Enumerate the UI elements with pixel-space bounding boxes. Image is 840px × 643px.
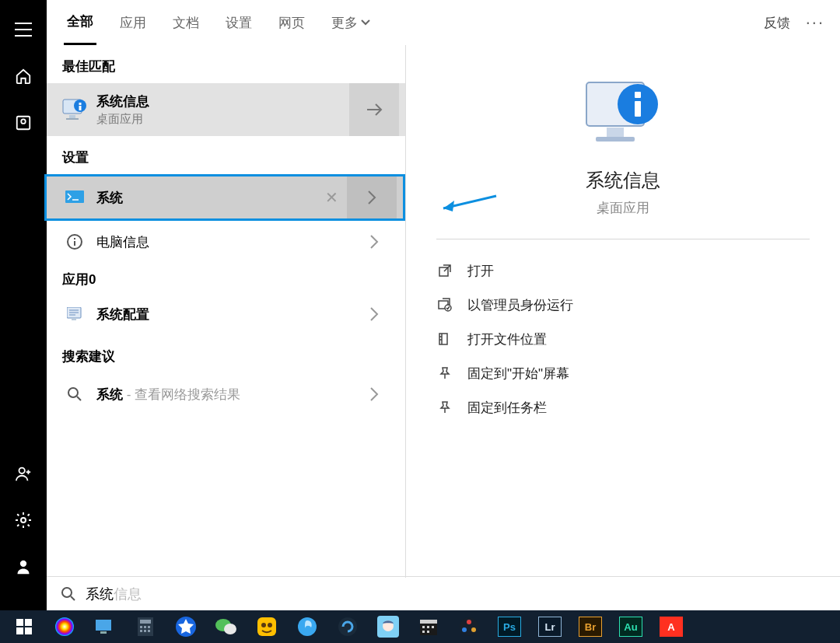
taskbar-app-lightroom[interactable]: Lr	[535, 613, 565, 640]
close-icon[interactable]: ✕	[316, 188, 347, 207]
info-icon	[59, 233, 90, 250]
svg-rect-20	[596, 137, 635, 142]
separator	[436, 239, 810, 239]
taskbar: Ps Lr Br Au A	[0, 610, 840, 643]
svg-point-49	[268, 623, 272, 627]
result-web-suggest[interactable]: 系统 - 查看网络搜索结果	[47, 373, 405, 415]
action-open-location[interactable]: 打开文件位置	[436, 322, 810, 356]
svg-point-1	[21, 119, 26, 124]
tab-all[interactable]: 全部	[64, 0, 96, 45]
system-info-icon	[59, 98, 90, 121]
svg-rect-60	[427, 631, 429, 633]
folder-icon	[436, 332, 453, 346]
svg-rect-22	[635, 92, 641, 98]
library-icon[interactable]	[11, 110, 36, 135]
chevron-right-icon[interactable]	[349, 221, 399, 263]
tab-more[interactable]: 更多	[328, 0, 373, 45]
taskbar-app-swirl-dark[interactable]	[333, 613, 362, 640]
result-title: 系统配置	[96, 306, 349, 323]
chevron-right-icon[interactable]	[349, 373, 399, 415]
taskbar-app-red[interactable]: A	[656, 613, 686, 640]
svg-rect-40	[148, 626, 150, 628]
taskbar-app-blue-swirl[interactable]	[292, 613, 322, 640]
search-icon	[59, 386, 90, 402]
svg-rect-7	[66, 118, 79, 120]
taskbar-app-resolve[interactable]	[454, 613, 484, 640]
svg-rect-13	[74, 238, 75, 239]
result-system-config[interactable]: 系统配置	[47, 293, 405, 335]
result-best-match[interactable]: 系统信息 桌面应用	[47, 83, 405, 136]
action-pin-start[interactable]: 固定到"开始"屏幕	[436, 356, 810, 390]
svg-point-17	[68, 388, 78, 397]
tab-apps[interactable]: 应用	[117, 0, 149, 45]
detail-app-name: 系统信息	[586, 168, 660, 193]
svg-point-63	[462, 627, 467, 632]
result-pc-info[interactable]: 电脑信息	[47, 221, 405, 263]
action-label: 固定到"开始"屏幕	[467, 365, 569, 383]
svg-rect-10	[79, 106, 82, 110]
svg-rect-47	[257, 617, 276, 636]
taskbar-app-wechat[interactable]	[212, 613, 241, 640]
chevron-right-icon[interactable]	[347, 176, 397, 218]
detail-app-type: 桌面应用	[597, 199, 649, 217]
result-title: 系统 - 查看网络搜索结果	[96, 386, 349, 404]
profile-icon[interactable]	[11, 554, 36, 579]
result-title: 电脑信息	[96, 233, 349, 251]
taskbar-app-calculator[interactable]	[131, 613, 160, 640]
svg-rect-32	[25, 627, 32, 634]
open-icon	[436, 264, 453, 278]
svg-rect-19	[607, 128, 624, 137]
taskbar-app-audition[interactable]: Au	[616, 613, 646, 640]
svg-rect-11	[65, 190, 84, 203]
svg-rect-41	[140, 630, 142, 632]
tab-settings[interactable]: 设置	[222, 0, 255, 45]
user-add-icon[interactable]	[11, 461, 36, 486]
result-system-settings[interactable]: 系统 ✕	[47, 176, 403, 218]
svg-point-33	[55, 617, 74, 636]
gear-icon[interactable]	[11, 508, 36, 533]
search-icon	[61, 586, 76, 602]
chevron-right-icon[interactable]	[349, 293, 399, 335]
svg-rect-58	[432, 626, 434, 628]
pin-icon	[436, 400, 453, 414]
best-match-label: 最佳匹配	[47, 45, 405, 83]
svg-rect-57	[427, 626, 429, 628]
taskbar-app-bridge[interactable]: Br	[576, 613, 605, 640]
action-label: 打开文件位置	[467, 330, 547, 348]
tab-docs[interactable]: 文档	[170, 0, 202, 45]
action-open[interactable]: 打开	[436, 253, 810, 288]
tab-web[interactable]: 网页	[275, 0, 308, 45]
taskbar-app-photoshop[interactable]: Ps	[495, 613, 524, 640]
search-input-bar[interactable]: 系统信息	[47, 576, 840, 610]
taskbar-app-yy[interactable]	[252, 613, 282, 640]
search-results-panel: 最佳匹配 系统信息 桌面应用 设置 系统 ✕	[47, 45, 406, 578]
svg-rect-16	[72, 318, 76, 320]
taskbar-app-desktop[interactable]	[90, 613, 120, 640]
svg-rect-23	[635, 101, 641, 117]
action-pin-taskbar[interactable]: 固定到任务栏	[436, 390, 810, 425]
action-run-admin[interactable]: 以管理员身份运行	[436, 288, 810, 322]
hamburger-icon[interactable]	[11, 17, 36, 42]
taskbar-app-star[interactable]	[171, 613, 201, 640]
svg-rect-27	[439, 334, 447, 344]
expand-arrow-icon[interactable]	[349, 83, 399, 136]
taskbar-app-anime[interactable]	[373, 613, 403, 640]
svg-rect-31	[16, 627, 23, 634]
taskbar-app-calendar[interactable]	[414, 613, 443, 640]
search-ghost-text: 信息	[114, 586, 142, 602]
svg-point-4	[20, 561, 26, 567]
start-button[interactable]	[9, 613, 39, 640]
action-label: 打开	[467, 262, 494, 280]
svg-rect-30	[25, 619, 32, 626]
result-subtitle: 桌面应用	[96, 112, 349, 127]
action-label: 固定到任务栏	[467, 399, 547, 417]
feedback-link[interactable]: 反馈	[764, 14, 790, 32]
taskbar-app-rainbow[interactable]	[50, 613, 79, 640]
svg-rect-42	[144, 630, 146, 632]
home-icon[interactable]	[11, 64, 36, 89]
svg-rect-6	[69, 115, 75, 118]
svg-rect-55	[420, 620, 437, 624]
svg-rect-56	[422, 626, 425, 628]
more-options-icon[interactable]: ···	[806, 12, 824, 33]
svg-rect-14	[74, 241, 75, 246]
